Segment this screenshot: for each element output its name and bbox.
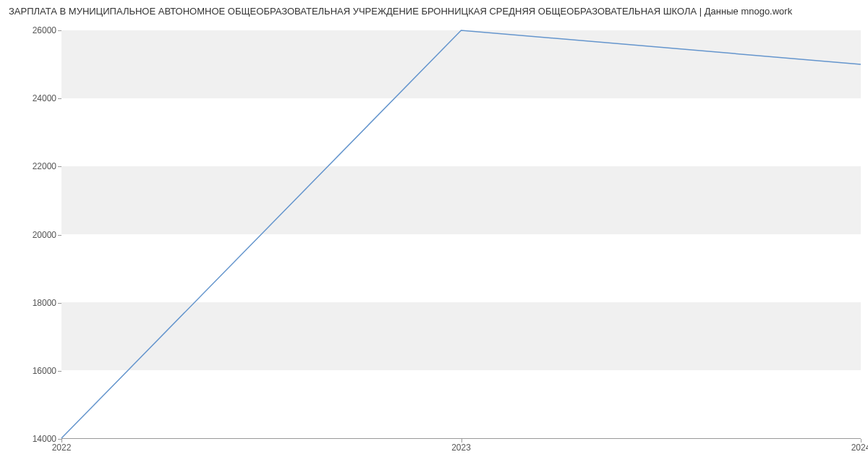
- chart-svg: [61, 30, 861, 438]
- x-tick-label: 2022: [52, 443, 72, 453]
- y-tick-mark: [58, 30, 61, 31]
- x-tick-label: 2024: [851, 443, 868, 453]
- grid-band: [61, 302, 861, 370]
- x-tick-mark: [61, 439, 62, 443]
- x-tick-mark: [461, 439, 462, 443]
- y-tick-label: 16000: [6, 366, 56, 376]
- y-tick-mark: [58, 166, 61, 167]
- y-tick-label: 20000: [6, 230, 56, 240]
- y-tick-label: 18000: [6, 298, 56, 308]
- plot-area: [61, 30, 861, 439]
- grid-bands: [61, 30, 861, 370]
- y-tick-label: 24000: [6, 93, 56, 103]
- y-tick-mark: [58, 235, 61, 236]
- y-tick-label: 26000: [6, 25, 56, 35]
- x-tick-label: 2023: [451, 443, 471, 453]
- chart-container: 1400016000180002000022000240002600020222…: [0, 20, 868, 461]
- y-tick-mark: [58, 303, 61, 304]
- x-tick-mark: [861, 439, 861, 443]
- y-tick-label: 22000: [6, 161, 56, 171]
- y-tick-label: 14000: [6, 434, 56, 444]
- y-tick-mark: [58, 371, 61, 372]
- y-tick-mark: [58, 98, 61, 99]
- grid-band: [61, 30, 861, 98]
- chart-title: ЗАРПЛАТА В МУНИЦИПАЛЬНОЕ АВТОНОМНОЕ ОБЩЕ…: [0, 0, 868, 20]
- grid-band: [61, 166, 861, 234]
